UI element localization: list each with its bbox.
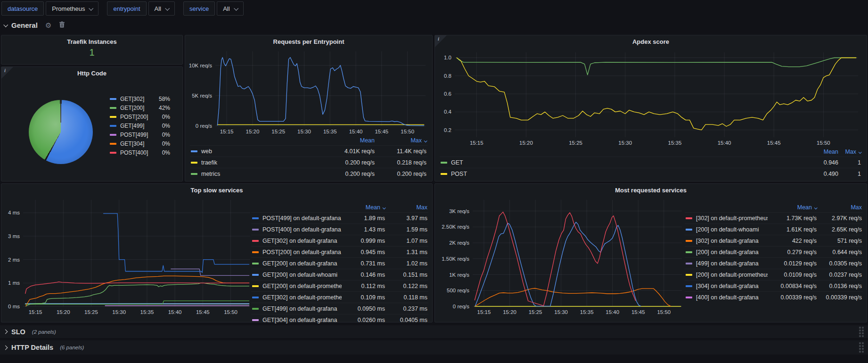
row-general-toggle[interactable]: General <box>4 21 38 29</box>
legend-item[interactable]: GET[302]58% <box>110 94 170 103</box>
svg-text:15:35: 15:35 <box>668 140 682 146</box>
top-slow-services-chart[interactable]: 15:1515:2015:2515:3015:3515:4015:4515:50… <box>3 195 252 318</box>
legend-row[interactable]: GET[302] on default-grafana0.999 ms1.07 … <box>251 235 428 246</box>
series-label: POST[200] <box>120 114 148 120</box>
legend-item[interactable]: POST[200]0% <box>110 112 170 121</box>
legend-row[interactable]: GET[499] on default-grafana0.0950 ms0.23… <box>251 303 428 314</box>
legend-row[interactable]: traefik0.200 req/s0.218 req/s <box>190 157 427 168</box>
var-value-entrypoint[interactable]: All <box>148 1 175 16</box>
series-mean: 0.945 ms <box>342 249 385 256</box>
legend-sort-max[interactable]: Max <box>375 137 426 144</box>
legend-sort-max[interactable]: Max <box>817 204 862 211</box>
series-mean: 0.999 ms <box>342 238 385 244</box>
panel-title[interactable]: Requests per Entrypoint <box>185 35 432 45</box>
series-label: GET[302] <box>120 96 144 102</box>
svg-text:15:25: 15:25 <box>84 309 98 315</box>
svg-text:15:30: 15:30 <box>297 129 311 134</box>
legend-row[interactable]: GET[304] on default-grafana0.0260 ms0.04… <box>251 314 428 325</box>
svg-text:15:50: 15:50 <box>657 309 671 315</box>
legend-row[interactable]: web4.01K req/s11.4K req/s <box>190 145 427 157</box>
svg-text:0 ms: 0 ms <box>8 304 20 309</box>
svg-text:15:50: 15:50 <box>817 140 830 146</box>
row-http-details-toggle[interactable]: HTTP Details <box>4 344 53 351</box>
series-label: GET[499] <box>120 123 144 129</box>
requests-legend-table: MeanMaxweb4.01K req/s11.4K req/straefik0… <box>190 136 427 179</box>
svg-text:15:15: 15:15 <box>470 140 483 146</box>
series-color-swatch <box>110 134 116 136</box>
legend-sort-mean[interactable]: Mean <box>801 148 838 155</box>
legend-sort-mean[interactable]: Mean <box>342 204 385 211</box>
legend-sort-mean[interactable]: Mean <box>768 204 817 211</box>
svg-text:15:25: 15:25 <box>271 129 285 134</box>
legend-row[interactable]: GET[200] on default-whoami0.146 ms0.151 … <box>251 269 428 280</box>
series-mean: 0.109 ms <box>342 294 385 301</box>
legend-row[interactable]: GET[200] on default-prometheus0.112 ms0.… <box>251 280 428 291</box>
legend-row[interactable]: GET[200] on default-grafana0.731 ms1.02 … <box>251 257 428 269</box>
gear-icon[interactable]: ⚙ <box>45 22 51 29</box>
legend-item[interactable]: GET[304]0% <box>110 139 170 148</box>
legend-row[interactable]: [499] on default-grafana0.0129 req/s0.03… <box>685 257 863 269</box>
requests-per-entrypoint-chart[interactable]: 15:1515:2015:2515:3015:3515:4015:4515:50… <box>188 48 429 136</box>
series-label: GET[302] on default-prometheus <box>262 294 342 301</box>
legend-item[interactable]: GET[499]0% <box>110 121 170 130</box>
apdex-score-chart[interactable]: 15:1515:2015:2515:3015:3515:4015:4515:50… <box>439 48 864 148</box>
series-color-swatch <box>686 263 692 264</box>
drag-handle[interactable] <box>859 327 864 337</box>
info-icon: i <box>4 67 6 73</box>
series-mean: 0.00339 req/s <box>768 294 817 301</box>
svg-text:0.8: 0.8 <box>444 73 451 79</box>
var-value-service[interactable]: All <box>217 1 243 16</box>
legend-row[interactable]: [200] on default-prometheus0.0109 req/s0… <box>685 269 863 280</box>
legend-row[interactable]: [400] on default-grafana0.00339 req/s0.0… <box>685 291 863 303</box>
legend-row[interactable]: [302] on default-prometheus1.73K req/s2.… <box>685 212 863 223</box>
drag-handle[interactable] <box>859 342 864 353</box>
svg-text:2K req/s: 2K req/s <box>449 240 469 246</box>
series-label: GET[304] on default-grafana <box>262 317 337 323</box>
legend-row[interactable]: POST0.4901 <box>440 168 862 179</box>
http-code-pie-chart[interactable] <box>29 100 93 164</box>
legend-item[interactable]: POST[400]0% <box>110 148 170 157</box>
series-label: GET[200] <box>120 105 144 111</box>
panel-info-corner[interactable]: i <box>435 35 447 47</box>
legend-row[interactable]: [304] on default-grafana0.00834 req/s0.0… <box>685 280 863 291</box>
panel-info-corner[interactable]: i <box>1 67 13 79</box>
series-max: 3.97 ms <box>385 215 427 222</box>
series-mean: 0.200 req/s <box>328 159 375 166</box>
panel-title[interactable]: Http Code <box>1 67 182 77</box>
legend-row[interactable]: [200] on default-grafana0.279 req/s0.644… <box>685 246 863 257</box>
most-requested-services-chart[interactable]: 15:1515:2015:2515:3015:3515:4015:4515:50… <box>437 195 684 318</box>
legend-row[interactable]: POST[499] on default-grafana1.89 ms3.97 … <box>251 212 428 223</box>
svg-text:15:20: 15:20 <box>503 309 516 315</box>
legend-row[interactable]: GET0.9461 <box>440 157 862 168</box>
legend-row[interactable]: metrics0.200 req/s0.200 req/s <box>190 168 427 179</box>
legend-row[interactable]: [302] on default-grafana422 req/s571 req… <box>685 235 863 246</box>
panel-title[interactable]: Traefik Instances <box>1 35 182 45</box>
legend-item[interactable]: GET[200]42% <box>110 103 170 112</box>
legend-sort-max[interactable]: Max <box>385 204 427 211</box>
svg-text:0.4: 0.4 <box>444 109 452 115</box>
legend-row[interactable]: GET[302] on default-prometheus0.109 ms0.… <box>251 291 428 303</box>
series-color-swatch <box>110 98 116 100</box>
legend-sort-max[interactable]: Max <box>838 148 861 155</box>
series-line <box>217 58 424 126</box>
panel-title[interactable]: Top slow services <box>1 184 432 194</box>
series-mean: 0.146 ms <box>342 272 385 278</box>
legend-row[interactable]: POST[200] on default-grafana0.945 ms1.31… <box>251 246 428 257</box>
trash-icon[interactable] <box>59 21 65 29</box>
legend-row[interactable]: [200] on default-whoami1.61K req/s2.65K … <box>685 223 863 235</box>
row-slo-toggle[interactable]: SLO <box>4 328 25 336</box>
var-value-datasource[interactable]: Prometheus <box>46 1 98 16</box>
legend-item[interactable]: POST[499]0% <box>110 130 170 139</box>
panel-title[interactable]: Apdex score <box>435 35 867 45</box>
svg-text:15:35: 15:35 <box>323 129 337 134</box>
series-mean: 0.731 ms <box>342 260 385 267</box>
svg-text:3 ms: 3 ms <box>8 233 20 239</box>
legend-row[interactable]: POST[400] on default-grafana1.43 ms1.59 … <box>251 223 428 235</box>
series-max: 0.0237 req/s <box>817 272 862 278</box>
legend-sort-mean[interactable]: Mean <box>328 137 375 144</box>
series-percent: 58% <box>159 96 170 102</box>
panel-title[interactable]: Most requested services <box>435 184 867 194</box>
panels-count-note: (2 panels) <box>32 329 56 335</box>
svg-text:15:35: 15:35 <box>580 309 594 315</box>
svg-text:15:20: 15:20 <box>57 309 70 315</box>
